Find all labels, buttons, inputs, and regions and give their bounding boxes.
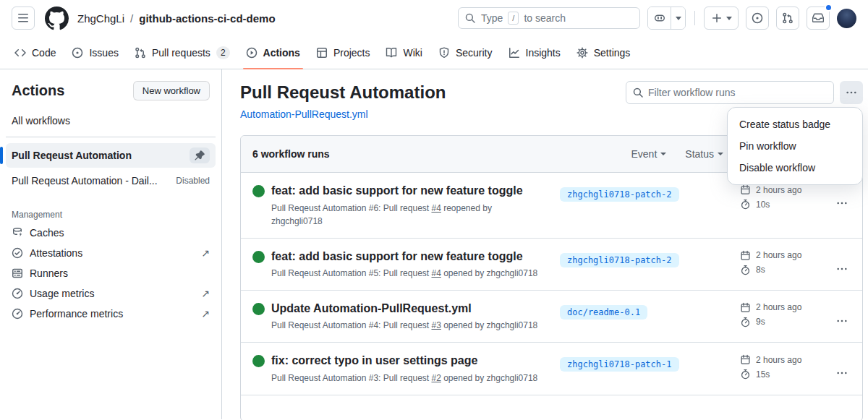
workflow-file-link[interactable]: Automation-PullRequest.yml — [240, 108, 368, 120]
workflow-runs-main: Pull Reqeust Automation Automation-PullR… — [222, 69, 868, 419]
workflow-options-button[interactable] — [840, 81, 863, 104]
create-new-button[interactable] — [704, 7, 739, 30]
run-options-button[interactable] — [833, 364, 851, 382]
event-filter-button[interactable]: Event — [631, 148, 666, 160]
calendar-icon — [740, 184, 751, 195]
run-meta: 2 hours ago 9s — [740, 301, 827, 331]
tab-label: Code — [32, 47, 56, 59]
sidebar-workflow-pull-request-automation-daily[interactable]: Pull Reqeust Automation - Dail... Disabl… — [6, 171, 216, 191]
branch-badge[interactable]: zhgchgli0718-patch-2 — [560, 253, 679, 267]
run-title[interactable]: feat: add basic support for new feature … — [271, 249, 523, 265]
menu-item-pin-workflow[interactable]: Pin workflow — [728, 135, 862, 157]
avatar[interactable] — [837, 9, 856, 28]
topbar-divider — [694, 11, 695, 25]
tab-label: Wiki — [403, 47, 422, 59]
sidebar-item-attestations[interactable]: Attestations ↗ — [6, 243, 216, 263]
stopwatch-icon — [740, 265, 751, 275]
pr-number-link[interactable]: #3 — [431, 320, 441, 330]
workflow-run-row: fix: correct typo in user settings page … — [241, 342, 862, 394]
calendar-icon — [740, 354, 751, 365]
issues-button[interactable] — [746, 7, 769, 30]
meter-icon — [12, 308, 23, 320]
tab-code[interactable]: Code — [9, 36, 61, 69]
tab-insights[interactable]: Insights — [503, 36, 566, 69]
run-duration: 10s — [756, 200, 770, 210]
sidebar-item-all-workflows[interactable]: All workflows — [6, 111, 216, 131]
branch-badge[interactable]: zhgchgli0718-patch-1 — [560, 357, 679, 372]
check-circle-success-icon — [252, 251, 265, 263]
tab-projects[interactable]: Projects — [310, 36, 376, 69]
pr-number-link[interactable]: #2 — [431, 373, 441, 383]
sidebar-item-caches[interactable]: Caches — [6, 223, 216, 243]
pin-workflow-button[interactable] — [190, 147, 210, 163]
sidebar-item-runners[interactable]: Runners — [6, 263, 216, 283]
inbox-icon — [812, 12, 824, 24]
runs-count: 6 workflow runs — [252, 148, 330, 160]
tab-security[interactable]: Security — [433, 36, 498, 69]
copilot-button[interactable] — [648, 7, 671, 29]
github-logo[interactable] — [45, 7, 69, 30]
issue-opened-icon — [752, 12, 763, 24]
sidebar-item-label: Runners — [30, 267, 68, 279]
sidebar-workflow-pull-request-automation[interactable]: Pull Reqeust Automation — [6, 143, 216, 168]
copilot-menu-caret[interactable] — [671, 7, 685, 29]
status-filter-button[interactable]: Status — [685, 148, 723, 160]
calendar-icon — [740, 250, 751, 261]
stopwatch-icon — [740, 317, 751, 327]
code-icon — [14, 47, 26, 59]
new-workflow-button[interactable]: New workflow — [133, 81, 210, 100]
external-link-arrow: ↗ — [201, 288, 210, 299]
sidebar-item-usage-metrics[interactable]: Usage metrics ↗ — [6, 283, 216, 304]
filter-workflow-runs-input[interactable] — [648, 87, 827, 98]
sidebar-item-label: Usage metrics — [30, 288, 94, 299]
chevron-down-icon — [718, 153, 723, 155]
tab-actions[interactable]: Actions — [240, 36, 306, 69]
pin-icon — [195, 150, 205, 160]
meter-icon — [12, 288, 23, 299]
run-options-button[interactable] — [833, 312, 851, 330]
sidebar-item-label: Attestations — [30, 247, 82, 259]
play-icon — [246, 47, 258, 59]
global-header: ZhgChgLi / github-actions-ci-cd-demo Typ… — [0, 0, 868, 36]
sidebar-item-label: Performance metrics — [30, 308, 123, 320]
filter-label: Event — [631, 148, 657, 160]
global-search-input[interactable]: Type / to search — [458, 7, 640, 29]
graph-icon — [509, 47, 520, 59]
sidebar-item-performance-metrics[interactable]: Performance metrics ↗ — [6, 304, 216, 324]
menu-item-create-status-badge[interactable]: Create status badge — [728, 113, 862, 135]
book-icon — [386, 47, 397, 59]
search-icon — [464, 12, 476, 24]
tab-label: Projects — [333, 47, 370, 59]
run-title[interactable]: Update Automation-PullRequest.yml — [271, 301, 472, 317]
run-time: 2 hours ago — [756, 185, 801, 195]
pr-number-link[interactable]: #4 — [431, 203, 441, 213]
tab-wiki[interactable]: Wiki — [380, 36, 427, 69]
run-options-button[interactable] — [833, 260, 851, 278]
external-link-arrow: ↗ — [201, 308, 210, 320]
workflow-run-row — [241, 395, 862, 420]
disabled-badge: Disabled — [176, 176, 210, 186]
run-options-button[interactable] — [833, 194, 851, 212]
pull-requests-button[interactable] — [776, 7, 799, 30]
chevron-down-icon — [676, 17, 681, 20]
menu-item-disable-workflow[interactable]: Disable workflow — [728, 157, 862, 179]
check-circle-success-icon — [252, 355, 265, 367]
run-meta: 2 hours ago 10s — [740, 183, 827, 213]
workflow-run-row: Update Automation-PullRequest.yml Pull R… — [241, 290, 862, 342]
tab-settings[interactable]: Settings — [571, 36, 637, 69]
run-title[interactable]: feat: add basic support for new feature … — [271, 183, 523, 199]
tab-pull-requests[interactable]: Pull requests 2 — [129, 36, 236, 69]
pr-number-link[interactable]: #4 — [431, 268, 441, 278]
run-title[interactable]: fix: correct typo in user settings page — [271, 353, 477, 369]
breadcrumb-repo[interactable]: github-actions-ci-cd-demo — [139, 12, 275, 25]
inbox-wrap — [807, 7, 830, 30]
tab-issues[interactable]: Issues — [66, 36, 124, 69]
branch-badge[interactable]: zhgchgli0718-patch-2 — [560, 187, 679, 202]
kebab-icon — [846, 87, 857, 98]
branch-badge[interactable]: doc/readme-0.1 — [560, 305, 647, 320]
hamburger-button[interactable] — [12, 7, 35, 30]
breadcrumb-owner[interactable]: ZhgChgLi — [77, 12, 124, 25]
run-desc-text: opened by zhgchgli0718 — [441, 268, 537, 278]
issue-opened-icon — [72, 47, 83, 59]
cache-icon — [12, 227, 23, 239]
